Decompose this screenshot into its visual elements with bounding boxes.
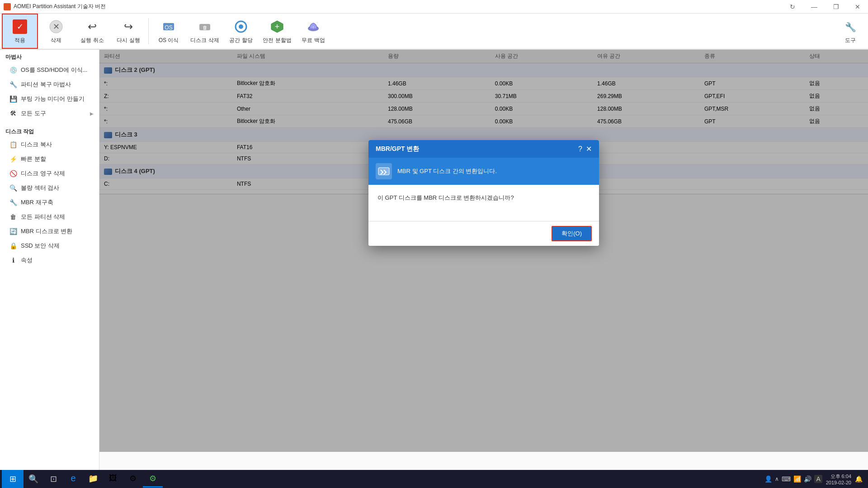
- taskbar: ⊞ 🔍 ⊡ e 📁 🖼 ⚙ ⚙ 👤 ∧ ⌨ 📶 🔊 A 오후 6:04 2019…: [0, 470, 868, 488]
- redo-button[interactable]: ↪ 다시 실행: [110, 14, 146, 49]
- bootable-icon: 💾: [9, 95, 17, 103]
- paint-app[interactable]: 🖼: [103, 470, 123, 488]
- disk-erase-button[interactable]: 🗑 디스크 삭제: [187, 14, 223, 49]
- apply-button[interactable]: ✓ 적용: [2, 14, 38, 49]
- svg-text:🔧: 🔧: [845, 22, 856, 33]
- task-view-button[interactable]: ⊡: [43, 470, 63, 488]
- free-backup-button[interactable]: ↑ 무료 백업: [295, 14, 331, 49]
- modal-close-button[interactable]: ✕: [586, 145, 592, 153]
- modal-info-bar: MBR 및 GPT 디스크 간의 변환입니다.: [368, 158, 599, 185]
- ie-app[interactable]: e: [63, 470, 83, 488]
- sidebar-item-disk-wipe[interactable]: 🚫 디스크 영구 삭제: [0, 166, 99, 181]
- sidebar-item-all-tools[interactable]: 🛠 모든 도구 ▶: [0, 106, 99, 121]
- sidebar-item-mbr-to-gpt[interactable]: 🔄 MBR 디스크로 변환: [0, 224, 99, 239]
- volume-icon: 🔊: [804, 475, 811, 483]
- settings-icon: ⚙: [129, 474, 137, 483]
- sidebar-partition-restore-label: 파티션 복구 마법사: [21, 80, 71, 89]
- all-tools-icon: 🛠: [9, 110, 17, 117]
- redo-icon: ↪: [120, 19, 137, 35]
- sidebar-item-volume-check[interactable]: 🔍 볼량 섹터 검사: [0, 181, 99, 195]
- modal-header-buttons: ? ✕: [578, 145, 592, 153]
- delete-button[interactable]: ✕ 삭제: [38, 14, 74, 49]
- properties-icon: ℹ: [9, 257, 17, 264]
- task-view-icon: ⊡: [50, 474, 57, 484]
- notification-icon[interactable]: 🔔: [855, 475, 863, 483]
- svg-text:OS: OS: [165, 24, 172, 31]
- undo-label: 실행 취소: [80, 37, 104, 44]
- chevron-up-icon[interactable]: ∧: [775, 476, 779, 482]
- sidebar-item-quick-partition[interactable]: ⚡ 빠른 분할: [0, 152, 99, 166]
- delete-label: 삭제: [51, 37, 61, 44]
- aomei-icon: ⚙: [149, 474, 156, 483]
- start-icon: ⊞: [9, 474, 16, 484]
- disk-erase-label: 디스크 삭제: [190, 37, 219, 44]
- modal-info-icon: [376, 163, 392, 179]
- sidebar-item-mbr-rebuild[interactable]: 🔧 MBR 재구축: [0, 195, 99, 210]
- svg-text:✕: ✕: [53, 22, 60, 31]
- refresh-button[interactable]: ↻: [782, 0, 803, 14]
- input-mode-label: A: [814, 475, 822, 483]
- undo-button[interactable]: ↩ 실행 취소: [74, 14, 110, 49]
- clock-display: 오후 6:04 2019-02-20: [826, 473, 851, 485]
- sidebar: 마법사 💿 OS를 SSD/HDD에 이식... 🔧 파티션 복구 마법사 💾 …: [0, 50, 99, 470]
- delete-icon: ✕: [48, 19, 64, 35]
- tools-button[interactable]: 🔧 도구: [835, 14, 866, 49]
- sidebar-item-os-migrate[interactable]: 💿 OS를 SSD/HDD에 이식...: [0, 63, 99, 77]
- explorer-app[interactable]: 📁: [83, 470, 103, 488]
- safe-partition-button[interactable]: + 안전 분할법: [259, 14, 295, 49]
- wizard-section-title: 마법사: [0, 50, 99, 63]
- os-migrate-icon: OS: [160, 19, 177, 35]
- explorer-icon: 📁: [88, 474, 98, 483]
- modal-info-text: MBR 및 GPT 디스크 간의 변환입니다.: [397, 167, 497, 175]
- all-tools-arrow-icon: ▶: [90, 111, 94, 116]
- main-layout: 마법사 💿 OS를 SSD/HDD에 이식... 🔧 파티션 복구 마법사 💾 …: [0, 50, 868, 470]
- title-bar-text: AOMEI Partition Assistant 기술자 버전: [14, 3, 864, 10]
- volume-check-icon: 🔍: [9, 184, 17, 192]
- free-backup-icon: ↑: [305, 19, 321, 35]
- disk-erase-icon: 🗑: [197, 19, 213, 35]
- sidebar-bootable-label: 부팅 가능 미디어 만들기: [21, 95, 85, 103]
- sidebar-item-properties[interactable]: ℹ 속성: [0, 253, 99, 267]
- person-icon: 👤: [764, 475, 772, 483]
- minimize-button[interactable]: —: [804, 0, 825, 14]
- system-tray: 👤 ∧ ⌨ 📶 🔊 A: [764, 475, 822, 483]
- search-icon: 🔍: [28, 474, 38, 484]
- modal-confirm-button[interactable]: 확인(O): [552, 226, 592, 241]
- svg-text:↑: ↑: [312, 25, 315, 30]
- sidebar-item-ssd-secure-erase[interactable]: 🔒 SSD 보안 삭제: [0, 239, 99, 253]
- tools-label: 도구: [845, 37, 856, 44]
- all-partition-delete-icon: 🗑: [9, 213, 17, 221]
- sidebar-all-tools-label: 모든 도구: [21, 109, 46, 117]
- ssd-secure-erase-icon: 🔒: [9, 242, 17, 249]
- app-icon: [4, 3, 11, 10]
- modal-body: 이 GPT 디스크를 MBR 디스크로 변환하시겠습니까?: [368, 185, 599, 221]
- restore-button[interactable]: ❐: [826, 0, 846, 14]
- start-button[interactable]: ⊞: [2, 470, 24, 488]
- mbr-rebuild-icon: 🔧: [9, 199, 17, 206]
- settings-app[interactable]: ⚙: [123, 470, 143, 488]
- tools-icon: 🔧: [842, 19, 859, 35]
- close-button[interactable]: ✕: [847, 0, 868, 14]
- title-bar: AOMEI Partition Assistant 기술자 버전 ↻ — ❐ ✕: [0, 0, 868, 14]
- sidebar-item-all-partition-delete[interactable]: 🗑 모든 파티션 삭제: [0, 210, 99, 224]
- sidebar-item-partition-restore[interactable]: 🔧 파티션 복구 마법사: [0, 77, 99, 92]
- svg-text:✓: ✓: [17, 22, 24, 31]
- os-migrate-sidebar-icon: 💿: [9, 66, 17, 74]
- sidebar-quick-partition-label: 빠른 분할: [21, 155, 46, 163]
- aomei-app active[interactable]: ⚙: [143, 470, 163, 488]
- os-migrate-button[interactable]: OS OS 이식: [151, 14, 187, 49]
- search-button[interactable]: 🔍: [24, 470, 43, 488]
- sidebar-item-disk-copy[interactable]: 📋 디스크 복사: [0, 137, 99, 152]
- apply-label: 적용: [14, 37, 25, 44]
- modal-overlay: MBR/GPT 변환 ? ✕: [99, 50, 868, 452]
- sidebar-item-bootable[interactable]: 💾 부팅 가능 미디어 만들기: [0, 92, 99, 106]
- svg-text:↪: ↪: [124, 20, 133, 33]
- disk-copy-icon: 📋: [9, 141, 17, 148]
- disk-wipe-icon: 🚫: [9, 170, 17, 177]
- allocate-button[interactable]: 공간 할당: [223, 14, 259, 49]
- allocate-icon: [233, 19, 249, 35]
- date-display: 2019-02-20: [826, 480, 851, 485]
- mbr-to-gpt-icon: 🔄: [9, 228, 17, 235]
- taskbar-clock[interactable]: 오후 6:04 2019-02-20 🔔: [822, 473, 866, 485]
- modal-help-button[interactable]: ?: [578, 145, 582, 153]
